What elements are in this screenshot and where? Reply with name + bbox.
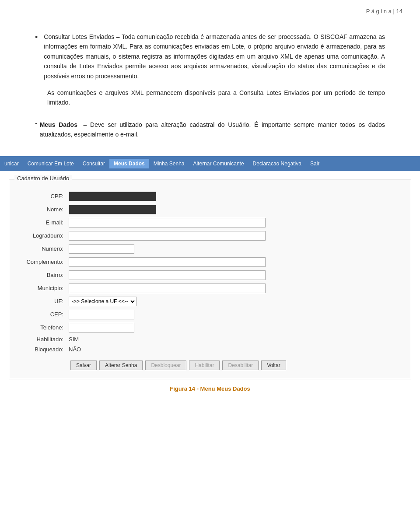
form-row-cpf: CPF: <box>18 190 402 203</box>
select-uf[interactable]: ->> Selecione a UF <<-- <box>69 297 136 306</box>
cell-bairro <box>66 269 402 282</box>
cell-complemento <box>66 256 402 269</box>
input-bairro[interactable] <box>69 270 266 280</box>
form-row-telefone: Telefone: <box>18 321 402 334</box>
nav-item-sair[interactable]: Sair <box>306 159 324 168</box>
value-bloqueado: NÃO <box>69 346 81 353</box>
form-row-bairro: Bairro: <box>18 269 402 282</box>
label-uf: UF: <box>18 295 66 308</box>
dash-label: Meus Dados <box>40 121 77 128</box>
form-row-nome: Nome: <box>18 203 402 216</box>
bullet-section: • Consultar Lotes Enviados – Toda comuni… <box>35 32 385 108</box>
cell-logradouro <box>66 229 402 242</box>
input-cpf[interactable] <box>69 192 156 201</box>
cell-telefone <box>66 321 402 334</box>
form-buttons: Salvar Alterar Senha Desbloquear Habilit… <box>18 360 402 370</box>
cell-uf: ->> Selecione a UF <<-- <box>66 295 402 308</box>
dash-symbol: - <box>35 120 37 127</box>
nav-item-comunicar-em-lote[interactable]: Comunicar Em Lote <box>23 159 78 168</box>
nav-item-unicar[interactable]: unicar <box>0 159 23 168</box>
label-habilitado: Habilitado: <box>18 334 66 344</box>
input-municipio[interactable] <box>69 284 266 293</box>
main-content: • Consultar Lotes Enviados – Toda comuni… <box>0 19 420 148</box>
form-row-bloqueado: Bloqueado: NÃO <box>18 344 402 354</box>
label-numero: Número: <box>18 242 66 256</box>
label-telefone: Telefone: <box>18 321 66 334</box>
form-legend: Cadastro de Usuário <box>14 175 72 182</box>
input-email[interactable] <box>69 218 266 228</box>
figure-caption: Figura 14 - Menu Meus Dados <box>0 385 420 392</box>
cell-cpf <box>66 190 402 203</box>
input-complemento[interactable] <box>69 257 266 267</box>
button-habilitar[interactable]: Habilitar <box>189 360 220 370</box>
button-alterar-senha[interactable]: Alterar Senha <box>99 360 143 370</box>
label-logradouro: Logradouro: <box>18 229 66 242</box>
nav-item-declaracao-negativa[interactable]: Declaracao Negativa <box>248 159 306 168</box>
cell-cep <box>66 308 402 321</box>
form-section: Cadastro de Usuário CPF: Nome: E-mail: <box>9 179 411 379</box>
cell-municipio <box>66 282 402 295</box>
cell-nome <box>66 203 402 216</box>
label-complemento: Complemento: <box>18 256 66 269</box>
page-number: P á g i n a | 14 <box>366 8 402 14</box>
nav-item-alternar-comunicante[interactable]: Alternar Comunicante <box>189 159 248 168</box>
input-logradouro[interactable] <box>69 231 266 241</box>
form-row-logradouro: Logradouro: <box>18 229 402 242</box>
label-bairro: Bairro: <box>18 269 66 282</box>
navbar: unicar Comunicar Em Lote Consultar Meus … <box>0 156 420 171</box>
form-table: CPF: Nome: E-mail: Logrado <box>18 190 402 354</box>
form-row-uf: UF: ->> Selecione a UF <<-- <box>18 295 402 308</box>
input-numero[interactable] <box>69 244 134 254</box>
label-bloqueado: Bloqueado: <box>18 344 66 354</box>
cell-email <box>66 216 402 229</box>
cell-habilitado: SIM <box>66 334 402 344</box>
form-row-complemento: Complemento: <box>18 256 402 269</box>
dash-section: - Meus Dados – Deve ser utilizado para a… <box>35 120 385 140</box>
label-municipio: Município: <box>18 282 66 295</box>
form-row-habilitado: Habilitado: SIM <box>18 334 402 344</box>
nav-item-consultar[interactable]: Consultar <box>78 159 109 168</box>
cell-numero <box>66 242 402 256</box>
label-email: E-mail: <box>18 216 66 229</box>
input-cep[interactable] <box>69 310 134 319</box>
form-row-cep: CEP: <box>18 308 402 321</box>
form-row-email: E-mail: <box>18 216 402 229</box>
form-row-municipio: Município: <box>18 282 402 295</box>
input-nome[interactable] <box>69 205 156 214</box>
button-desabilitar[interactable]: Desabilitar <box>222 360 259 370</box>
label-cep: CEP: <box>18 308 66 321</box>
input-telefone[interactable] <box>69 323 134 332</box>
dash-content: – Deve ser utilizado para alteração cada… <box>40 121 385 138</box>
bullet-dot: • <box>35 33 38 42</box>
nav-item-meus-dados[interactable]: Meus Dados <box>109 159 149 168</box>
cell-bloqueado: NÃO <box>66 344 402 354</box>
bullet-text-consultar: Consultar Lotes Enviados – Toda comunica… <box>44 32 385 81</box>
dash-text: Meus Dados – Deve ser utilizado para alt… <box>40 120 385 140</box>
button-desbloquear[interactable]: Desbloquear <box>145 360 186 370</box>
label-cpf: CPF: <box>18 190 66 203</box>
label-nome: Nome: <box>18 203 66 216</box>
form-row-numero: Número: <box>18 242 402 256</box>
button-salvar[interactable]: Salvar <box>70 360 97 370</box>
nav-item-minha-senha[interactable]: Minha Senha <box>149 159 189 168</box>
bullet-item-consultar: • Consultar Lotes Enviados – Toda comuni… <box>35 32 385 81</box>
extra-paragraph: As comunicações e arquivos XML permanece… <box>35 88 385 108</box>
button-voltar[interactable]: Voltar <box>261 360 286 370</box>
page-header: P á g i n a | 14 <box>0 0 420 19</box>
value-habilitado: SIM <box>69 336 79 343</box>
